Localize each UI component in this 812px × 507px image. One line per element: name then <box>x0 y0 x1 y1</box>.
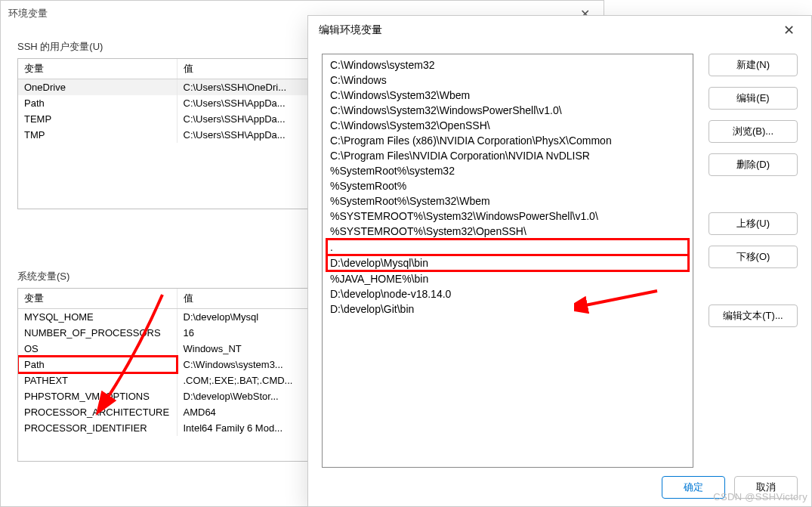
edit-title-text: 编辑环境变量 <box>319 23 382 37</box>
list-item[interactable]: %SYSTEMROOT%\System32\WindowsPowerShell\… <box>323 209 693 224</box>
list-item[interactable]: . <box>327 240 688 255</box>
watermark-text: CSDN @SSHVictory <box>713 491 807 502</box>
list-item[interactable]: D:\develop\Mysql\bin <box>327 255 688 271</box>
edit-button[interactable]: 编辑(E) <box>709 87 798 110</box>
list-item[interactable]: C:\Program Files\NVIDIA Corporation\NVID… <box>323 148 693 163</box>
list-item[interactable]: %SYSTEMROOT%\System32\OpenSSH\ <box>323 224 693 239</box>
list-item[interactable]: D:\develop\Git\bin <box>323 301 693 317</box>
var-cell: OneDrive <box>18 79 177 96</box>
var-cell: PROCESSOR_ARCHITECTURE <box>18 404 177 420</box>
edit-titlebar: 编辑环境变量 ✕ <box>308 16 811 45</box>
list-item[interactable]: C:\Windows\system32 <box>323 57 693 73</box>
browse-button[interactable]: 浏览(B)... <box>709 120 798 143</box>
close-icon[interactable]: ✕ <box>777 19 801 42</box>
delete-button[interactable]: 删除(D) <box>709 153 798 176</box>
var-cell: TEMP <box>18 111 177 127</box>
list-item[interactable]: D:\develop\node-v18.14.0 <box>323 286 693 301</box>
path-entries-list[interactable]: C:\Windows\system32C:\WindowsC:\Windows\… <box>322 54 693 468</box>
var-cell: TMP <box>18 127 177 143</box>
list-item[interactable]: %JAVA_HOME%\bin <box>323 271 693 286</box>
list-item[interactable]: %SystemRoot% <box>323 178 693 193</box>
var-cell: PROCESSOR_IDENTIFIER <box>18 420 177 436</box>
var-cell: PATHEXT <box>18 373 177 388</box>
col-var[interactable]: 变量 <box>18 59 177 79</box>
list-item[interactable]: C:\Windows\System32\Wbem <box>323 88 693 103</box>
list-item[interactable]: C:\Windows\System32\OpenSSH\ <box>323 118 693 133</box>
edit-env-var-dialog: 编辑环境变量 ✕ C:\Windows\system32C:\WindowsC:… <box>307 15 812 507</box>
var-cell: OS <box>18 341 177 357</box>
list-item[interactable]: %SystemRoot%\System32\Wbem <box>323 193 693 209</box>
var-cell: Path <box>18 357 177 373</box>
var-cell: MYSQL_HOME <box>18 309 177 326</box>
list-item[interactable]: C:\Program Files (x86)\NVIDIA Corporatio… <box>323 133 693 148</box>
edit-text-button[interactable]: 编辑文本(T)... <box>709 305 798 327</box>
new-button[interactable]: 新建(N) <box>709 54 798 76</box>
col-var[interactable]: 变量 <box>18 289 177 309</box>
var-cell: PHPSTORM_VM_OPTIONS <box>18 388 177 404</box>
dialog-buttons-column: 新建(N) 编辑(E) 浏览(B)... 删除(D) 上移(U) 下移(O) 编… <box>709 54 798 468</box>
list-item[interactable]: C:\Windows\System32\WindowsPowerShell\v1… <box>323 103 693 118</box>
var-cell: NUMBER_OF_PROCESSORS <box>18 325 177 341</box>
move-up-button[interactable]: 上移(U) <box>709 212 798 235</box>
var-cell: Path <box>18 95 177 111</box>
list-item[interactable]: C:\Windows <box>323 73 693 88</box>
parent-title-text: 环境变量 <box>8 7 48 20</box>
list-item[interactable]: %SystemRoot%\system32 <box>323 163 693 178</box>
move-down-button[interactable]: 下移(O) <box>709 246 798 268</box>
